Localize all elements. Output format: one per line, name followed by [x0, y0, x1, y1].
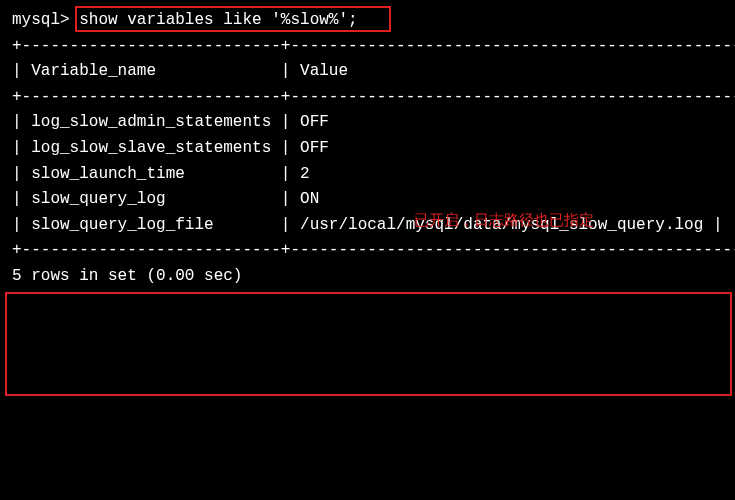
table-row: | log_slow_admin_statements | OFF | [12, 110, 723, 136]
result-footer: 5 rows in set (0.00 sec) [12, 264, 723, 290]
annotation-text: 已开启，日志路径也已指定 [414, 208, 594, 232]
table-separator-bottom: +---------------------------+-----------… [12, 238, 723, 264]
mysql-prompt-line: mysql> show variables like '%slow%'; [12, 8, 723, 34]
rows-highlight-box [5, 292, 732, 396]
table-row: | log_slow_slave_statements | OFF | [12, 136, 723, 162]
table-separator-top: +---------------------------+-----------… [12, 34, 723, 60]
table-separator-mid: +---------------------------+-----------… [12, 85, 723, 111]
table-row: | slow_query_log | ON | [12, 187, 723, 213]
table-row: | slow_launch_time | 2 | [12, 162, 723, 188]
mysql-prompt: mysql> [12, 8, 70, 34]
table-row: | slow_query_log_file | /usr/local/mysql… [12, 213, 723, 239]
sql-command: show variables like '%slow%'; [70, 8, 358, 34]
table-header-row: | Variable_name | Value | [12, 59, 723, 85]
